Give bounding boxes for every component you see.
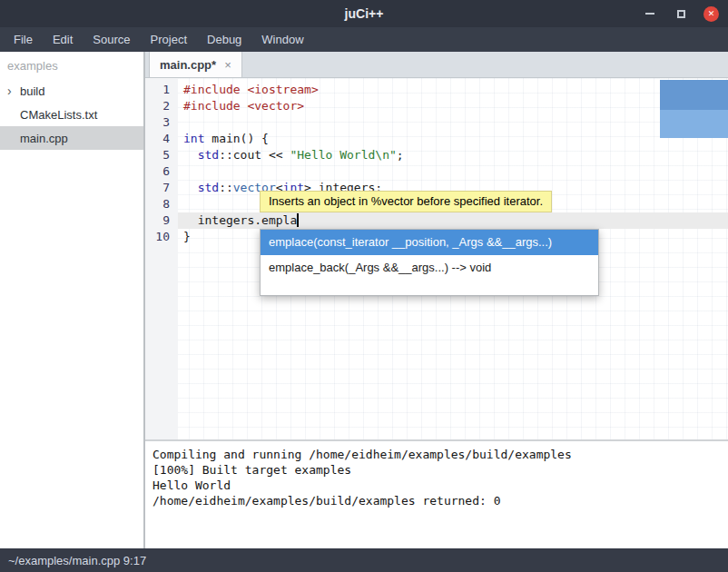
completion-item[interactable]: emplace(const_iterator __position, _Args… — [261, 230, 598, 255]
code-line-1[interactable]: 1#include <iostream> — [145, 82, 728, 98]
file-tree-panel: examples ›buildCMakeLists.txtmain.cpp — [0, 52, 143, 548]
output-line: [100%] Built target examples — [152, 462, 721, 478]
doc-tooltip: Inserts an object in %vector before spec… — [260, 191, 552, 212]
line-content — [178, 163, 728, 180]
tab-close-icon[interactable]: × — [224, 58, 231, 72]
close-icon: ✕ — [708, 9, 715, 18]
line-number: 1 — [145, 82, 178, 98]
output-line: Hello World — [152, 478, 721, 493]
code-line-6[interactable]: 6 — [145, 163, 728, 180]
code-token: #include — [183, 83, 247, 96]
code-token — [183, 148, 198, 162]
maximize-icon — [677, 10, 685, 18]
tree-item-cmakelists-txt[interactable]: CMakeLists.txt — [0, 103, 143, 126]
line-content — [178, 114, 728, 131]
line-content: std::cout << "Hello World\n"; — [178, 147, 728, 163]
line-number: 5 — [145, 147, 178, 163]
code-token: :: — [219, 181, 233, 194]
code-token: ::cout << — [219, 148, 290, 162]
line-number: 7 — [145, 180, 178, 196]
menubar: FileEditSourceProjectDebugWindow — [0, 27, 728, 52]
chevron-right-icon[interactable]: › — [7, 84, 20, 97]
code-line-3[interactable]: 3 — [145, 114, 728, 131]
editor-column: main.cpp* × 1#include <iostream>2#includ… — [145, 52, 728, 548]
line-number: 6 — [145, 163, 178, 180]
code-editor[interactable]: 1#include <iostream>2#include <vector>34… — [145, 78, 728, 439]
status-text: ~/examples/main.cpp 9:17 — [8, 554, 146, 567]
menu-item-window[interactable]: Window — [251, 27, 313, 52]
code-token: "Hello World\n" — [290, 148, 396, 162]
code-token: <vector> — [247, 99, 304, 113]
window-controls: ✕ — [642, 0, 719, 27]
code-token: <iostream> — [247, 83, 318, 96]
tab-main-cpp[interactable]: main.cpp* × — [149, 52, 242, 77]
menu-item-debug[interactable]: Debug — [197, 27, 251, 52]
line-content: integers.empla — [178, 212, 728, 229]
status-bar: ~/examples/main.cpp 9:17 — [0, 548, 728, 572]
tab-label: main.cpp* — [160, 58, 216, 72]
close-button[interactable]: ✕ — [703, 6, 719, 22]
code-token: integers.empla — [183, 213, 297, 227]
output-line: /home/eidheim/examples/build/examples re… — [152, 493, 721, 508]
code-token: ; — [397, 148, 404, 162]
line-number: 2 — [145, 98, 178, 114]
code-line-2[interactable]: 2#include <vector> — [145, 98, 728, 114]
code-token: } — [183, 230, 191, 243]
tree-item-build[interactable]: ›build — [0, 79, 143, 103]
scrollbar-thumb[interactable] — [660, 80, 728, 138]
minimize-button[interactable] — [642, 5, 658, 22]
output-panel[interactable]: Compiling and running /home/eidheim/exam… — [145, 441, 728, 548]
code-token — [183, 181, 198, 194]
line-content: #include <iostream> — [178, 82, 728, 98]
line-number: 3 — [145, 114, 178, 131]
tree-item-label: build — [20, 84, 44, 98]
jucipp-window: juCi++ ✕ FileEditSourceProjectDebugWindo… — [0, 0, 728, 572]
code-token: #include — [183, 99, 247, 113]
completion-item[interactable]: emplace_back(_Args &&__args...) --> void — [261, 255, 598, 281]
menu-item-file[interactable]: File — [4, 27, 43, 52]
line-number: 8 — [145, 196, 178, 212]
menu-item-edit[interactable]: Edit — [43, 27, 83, 52]
completion-popup: emplace(const_iterator __position, _Args… — [260, 229, 599, 296]
main-area: examples ›buildCMakeLists.txtmain.cpp ma… — [0, 52, 728, 548]
project-folder-name: examples — [0, 52, 143, 79]
line-number: 9 — [145, 212, 178, 229]
minimize-icon — [645, 13, 654, 15]
line-number: 4 — [145, 131, 178, 147]
maximize-button[interactable] — [673, 5, 689, 22]
output-line: Compiling and running /home/eidheim/exam… — [152, 447, 721, 462]
code-line-4[interactable]: 4int main() { — [145, 131, 728, 147]
code-line-5[interactable]: 5 std::cout << "Hello World\n"; — [145, 147, 728, 163]
tree-item-label: CMakeLists.txt — [20, 108, 97, 122]
code-line-9[interactable]: 9 integers.empla — [145, 212, 728, 229]
tree-item-label: main.cpp — [20, 132, 68, 145]
text-caret — [297, 213, 299, 227]
code-token: int — [183, 132, 204, 145]
titlebar: juCi++ ✕ — [0, 0, 728, 27]
code-token: std — [198, 148, 219, 162]
window-title: juCi++ — [345, 6, 384, 21]
menu-item-project[interactable]: Project — [141, 27, 197, 52]
code-area: 1#include <iostream>2#include <vector>34… — [145, 78, 728, 245]
code-token: std — [198, 181, 219, 194]
line-content: int main() { — [178, 131, 728, 147]
line-content: #include <vector> — [178, 98, 728, 114]
line-number: 10 — [145, 229, 178, 245]
file-tree: ›buildCMakeLists.txtmain.cpp — [0, 79, 143, 150]
tree-item-main-cpp[interactable]: main.cpp — [0, 126, 143, 150]
code-token: main() { — [204, 132, 268, 145]
tab-bar: main.cpp* × — [145, 52, 728, 78]
menu-item-source[interactable]: Source — [83, 27, 140, 52]
